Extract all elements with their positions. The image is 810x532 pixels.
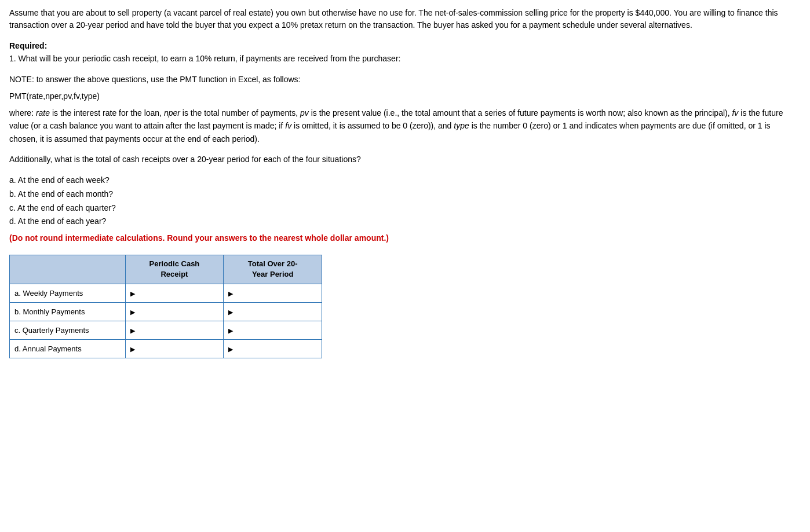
total-input-0[interactable]: ▶ [224,284,322,302]
answer-table: Periodic CashReceipt Total Over 20-Year … [9,255,322,358]
table-row: d. Annual Payments▶▶ [10,339,322,358]
total-input-3[interactable]: ▶ [224,339,322,358]
periodic-input-1[interactable]: ▶ [125,302,224,321]
row-label-2: c. Quarterly Payments [10,321,126,339]
option-c: c. At the end of each quarter? [9,201,801,215]
col-periodic-header: Periodic CashReceipt [125,255,224,284]
total-input-2[interactable]: ▶ [224,321,322,339]
note-text: NOTE: to answer the above questions, use… [9,74,801,86]
total-input-1[interactable]: ▶ [224,302,322,321]
table-row: a. Weekly Payments▶▶ [10,284,322,302]
total-field-3[interactable] [234,344,315,353]
option-d: d. At the end of each year? [9,215,801,229]
periodic-input-3[interactable]: ▶ [125,339,224,358]
row-label-0: a. Weekly Payments [10,284,126,302]
periodic-field-1[interactable] [136,307,217,316]
table-row: b. Monthly Payments▶▶ [10,302,322,321]
required-label: Required: [9,39,801,52]
col-label-header [10,255,126,284]
pmt-formula: PMT(rate,nper,pv,fv,type) [9,91,801,101]
options-list: a. At the end of each week? b. At the en… [9,174,801,229]
option-b: b. At the end of each month? [9,188,801,201]
intro-paragraph: Assume that you are about to sell proper… [9,7,801,31]
row-label-3: d. Annual Payments [10,339,126,358]
table-row: c. Quarterly Payments▶▶ [10,321,322,339]
col-total-header: Total Over 20-Year Period [224,255,322,284]
required-question: 1. What will be your periodic cash recei… [9,52,801,65]
where-description: where: rate is the interest rate for the… [9,107,801,145]
periodic-field-3[interactable] [136,344,217,353]
periodic-input-2[interactable]: ▶ [125,321,224,339]
additionally-text: Additionally, what is the total of cash … [9,153,801,166]
periodic-input-0[interactable]: ▶ [125,284,224,302]
periodic-field-2[interactable] [136,326,217,335]
row-label-1: b. Monthly Payments [10,302,126,321]
periodic-field-0[interactable] [136,289,217,298]
total-field-2[interactable] [234,326,315,335]
rounding-note: (Do not round intermediate calculations.… [9,232,801,244]
total-field-1[interactable] [234,307,315,316]
option-a: a. At the end of each week? [9,174,801,188]
total-field-0[interactable] [234,289,315,298]
